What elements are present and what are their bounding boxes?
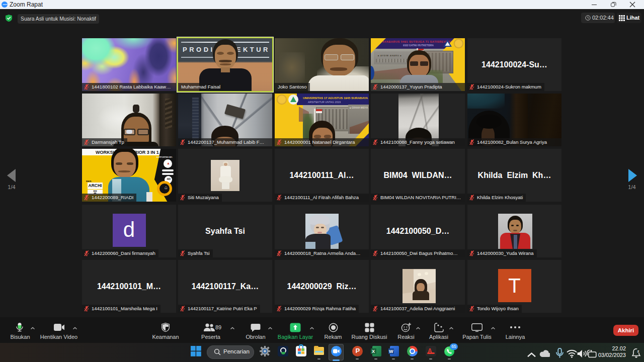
svg-text:z: z bbox=[637, 349, 639, 353]
